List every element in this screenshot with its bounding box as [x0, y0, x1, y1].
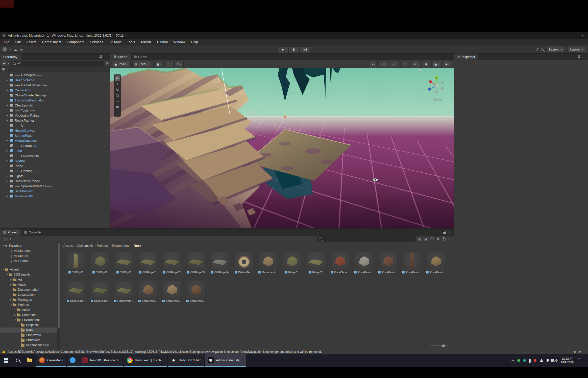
- expand-arrow-icon[interactable]: [7, 149, 10, 152]
- hierarchy-item[interactable]: Ellen: [0, 148, 110, 153]
- scrollbar-thumb[interactable]: [58, 243, 60, 329]
- tree-item[interactable]: Favorites: [0, 243, 60, 248]
- asset-tile[interactable]: RockFloati...: [400, 252, 424, 280]
- console-icon[interactable]: ▣: [573, 350, 576, 354]
- version-control-icon[interactable]: ≋: [20, 47, 23, 51]
- menu-item[interactable]: Window: [170, 39, 188, 45]
- hierarchy-item[interactable]: TransitionDestination: [0, 98, 110, 103]
- add-object-caret-icon[interactable]: ▾: [8, 62, 9, 65]
- menu-item[interactable]: Kit Tools: [106, 39, 124, 45]
- breadcrumb-item[interactable]: Rock: [134, 244, 141, 248]
- show-desktop-button[interactable]: [585, 354, 586, 367]
- menu-item[interactable]: Help: [188, 39, 201, 45]
- menu-item[interactable]: Tutorial: [154, 39, 170, 45]
- asset-tile[interactable]: RockSwam...: [112, 280, 136, 309]
- tree-item[interactable]: [0, 263, 60, 267]
- tree-item[interactable]: Audio: [0, 307, 60, 312]
- expand-arrow-icon[interactable]: [7, 114, 10, 117]
- add-object-button[interactable]: +: [1, 61, 7, 66]
- hierarchy-item[interactable]: DeathVolume: [0, 77, 110, 83]
- gizmos-dropdown[interactable]: ◈▾: [443, 61, 452, 67]
- expand-arrow-icon[interactable]: [7, 119, 10, 122]
- expand-arrow-icon[interactable]: [2, 268, 5, 271]
- account-caret-icon[interactable]: ▾: [10, 48, 11, 51]
- asset-tile[interactable]: SmallRock...: [136, 280, 160, 309]
- step-button[interactable]: [300, 46, 311, 53]
- tree-item[interactable]: Dropship: [0, 322, 60, 328]
- tray-app-icon[interactable]: [523, 359, 526, 362]
- perspective-label[interactable]: < Persp: [425, 98, 448, 101]
- rotate-tool-icon[interactable]: ↻: [115, 87, 120, 92]
- effects-dropdown[interactable]: ∗▾: [411, 61, 420, 67]
- cloud-icon[interactable]: ☁: [14, 47, 17, 51]
- taskbar-app[interactable]: Unity Hub 3.14.0: [168, 354, 204, 367]
- notification-center-icon[interactable]: [577, 359, 581, 362]
- info-icon[interactable]: ⓘ: [430, 237, 434, 241]
- expand-arrow-icon[interactable]: [10, 304, 13, 306]
- asset-tile[interactable]: RockLedg...: [64, 280, 88, 309]
- expand-arrow-icon[interactable]: [10, 283, 13, 286]
- tab-inspector[interactable]: Inspector: [454, 53, 478, 60]
- expand-arrow-icon[interactable]: [7, 89, 10, 91]
- expand-arrow-icon[interactable]: [7, 104, 10, 106]
- expand-arrow-icon[interactable]: [7, 180, 10, 182]
- hidden-count-eye-icon[interactable]: [442, 237, 446, 240]
- hierarchy-item[interactable]: GlobalShaderSettings: [0, 93, 110, 98]
- view-tool-icon[interactable]: ⊙: [115, 75, 120, 81]
- start-button[interactable]: [0, 354, 12, 367]
- notification-bell-icon[interactable]: ◩: [579, 350, 582, 354]
- expand-arrow-icon[interactable]: [10, 278, 13, 281]
- expand-arrow-icon[interactable]: [7, 175, 10, 177]
- panel-menu-icon[interactable]: ⋮: [448, 55, 451, 59]
- hierarchy-item[interactable]: ----- SpawnedPrefabs -----: [0, 183, 110, 188]
- snap-settings-dropdown[interactable]: ∷▾: [175, 61, 184, 67]
- tree-item[interactable]: All Prefabs: [0, 258, 60, 263]
- tab-game[interactable]: Game: [131, 53, 150, 60]
- pause-button[interactable]: [288, 46, 300, 53]
- layout-dropdown[interactable]: Layout▾: [567, 46, 586, 53]
- hierarchy-item[interactable]: ReflectionProbes: [0, 178, 110, 183]
- tree-item[interactable]: Art: [0, 277, 60, 282]
- menu-item[interactable]: Services: [87, 39, 106, 45]
- tab-console[interactable]: Console: [21, 229, 44, 236]
- status-bar[interactable]: Assets\3DGamekit\Packages\NavMeshCompone…: [0, 349, 588, 354]
- close-button[interactable]: ×: [576, 32, 588, 39]
- minimize-button[interactable]: –: [553, 32, 565, 39]
- hierarchy-item[interactable]: ScreenFader: [0, 133, 110, 138]
- hierarchy-item[interactable]: ----- UI -----: [0, 123, 110, 128]
- expand-arrow-icon[interactable]: [7, 195, 10, 197]
- taskbar-app[interactable]: [67, 354, 79, 367]
- expand-arrow-icon[interactable]: [7, 159, 10, 162]
- move-tool-icon[interactable]: +: [115, 81, 120, 87]
- hierarchy-item[interactable]: ----- LevelAssets -----: [0, 153, 110, 158]
- volume-icon[interactable]: [547, 359, 548, 362]
- tray-app-icon[interactable]: [534, 359, 536, 362]
- tree-item[interactable]: 3DGamekit: [0, 272, 60, 277]
- play-button[interactable]: [277, 46, 288, 53]
- tree-item[interactable]: Assets: [0, 267, 60, 272]
- asset-tile[interactable]: RockFloati...: [424, 252, 448, 280]
- asset-tile[interactable]: Monument...: [256, 252, 280, 280]
- asset-tile[interactable]: CliffEdge02: [160, 252, 184, 280]
- panel-menu-icon[interactable]: ⋮: [104, 55, 108, 59]
- breadcrumb-item[interactable]: Environment: [112, 244, 133, 248]
- tree-item[interactable]: Localization: [0, 292, 60, 297]
- file-explorer-button[interactable]: [24, 354, 36, 367]
- restore-button[interactable]: [565, 32, 576, 39]
- grid-visibility-dropdown[interactable]: ▦▾: [154, 61, 163, 67]
- open-asset-icon[interactable]: ▥: [418, 237, 421, 241]
- asset-tile[interactable]: CliffBig02: [88, 252, 112, 280]
- expand-arrow-icon[interactable]: [6, 273, 9, 276]
- menu-item[interactable]: Edit: [12, 39, 23, 45]
- hierarchy-item[interactable]: Lights: [0, 173, 110, 178]
- asset-tile[interactable]: RockFloati...: [352, 252, 376, 280]
- asset-tile[interactable]: CliffEdge01: [136, 252, 160, 280]
- lock-icon[interactable]: [578, 57, 580, 58]
- asset-tile[interactable]: CliffEdge04: [208, 252, 232, 280]
- shading-mode-dropdown[interactable]: ◑▾: [369, 61, 378, 67]
- view-2d-toggle[interactable]: 2D: [379, 61, 388, 67]
- lock-icon[interactable]: [443, 232, 446, 234]
- menu-item[interactable]: GameObject: [39, 39, 64, 45]
- hierarchy-item[interactable]: Monument01: [0, 194, 110, 199]
- scene-visibility-toggle[interactable]: ◉: [422, 61, 431, 67]
